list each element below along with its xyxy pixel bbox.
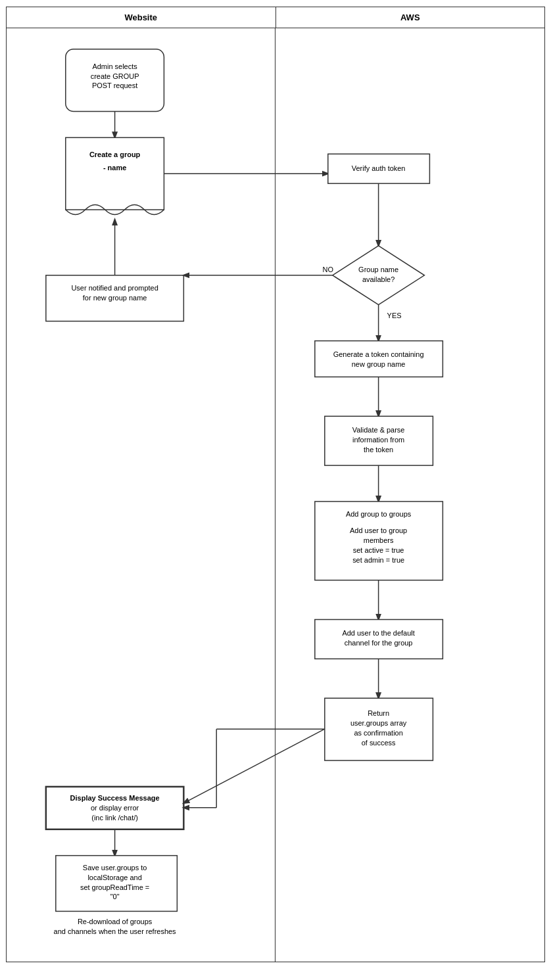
website-header: Website <box>7 7 276 28</box>
header-row: Website AWS <box>7 7 544 28</box>
diagram-container: Website AWS Admin selects create GROUP P… <box>6 7 545 962</box>
right-column <box>276 28 544 962</box>
content-area: Admin selects create GROUP POST request … <box>7 28 544 962</box>
aws-header: AWS <box>276 7 545 28</box>
left-column <box>7 28 276 962</box>
